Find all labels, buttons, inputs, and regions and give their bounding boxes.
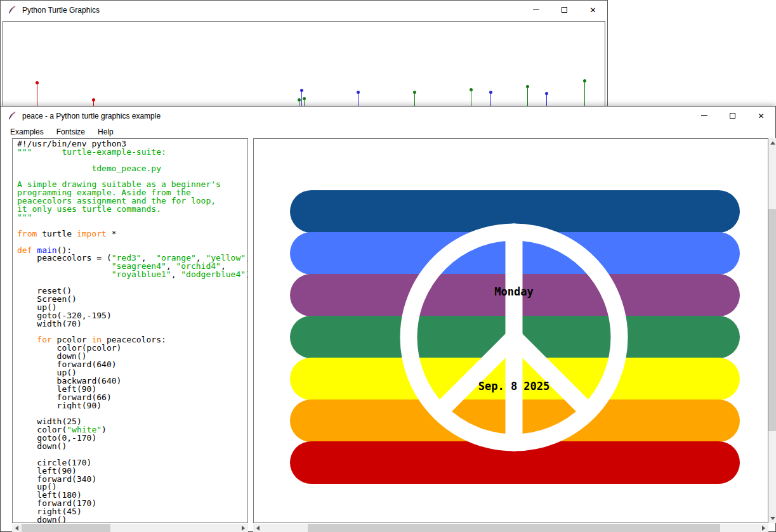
code-line bbox=[17, 328, 247, 336]
code-text: #!/usr/bin/env python3""" turtle-example… bbox=[17, 140, 247, 523]
maximize-icon bbox=[730, 113, 735, 119]
peace-symbol bbox=[254, 139, 768, 522]
turtle-canvas-demo[interactable]: Monday Sep. 8 2025 bbox=[253, 138, 768, 523]
scroll-up-button[interactable] bbox=[768, 138, 776, 148]
code-line: width(25) bbox=[17, 418, 247, 426]
code-line bbox=[17, 279, 247, 287]
code-line: goto(0,-170) bbox=[17, 434, 247, 443]
code-line: it only uses turtle commands. bbox=[17, 205, 247, 214]
back-minimize-button[interactable] bbox=[522, 1, 550, 19]
code-line: color(pcolor) bbox=[17, 344, 247, 353]
canvas-vscroll-thumb[interactable] bbox=[768, 209, 776, 431]
code-line: #!/usr/bin/env python3 bbox=[17, 140, 247, 148]
arrow-down-icon bbox=[770, 517, 775, 520]
scroll-down-button[interactable] bbox=[768, 514, 776, 523]
tk-feather-icon bbox=[7, 111, 17, 121]
minimize-icon bbox=[701, 115, 707, 116]
code-line: programming example. Aside from the bbox=[17, 189, 247, 197]
menubar: Examples Fontsize Help bbox=[1, 125, 775, 138]
code-line: up() bbox=[17, 369, 247, 377]
code-line bbox=[17, 222, 247, 230]
code-line: peacecolors = ("red3", "orange", "yellow… bbox=[17, 254, 247, 263]
front-window: peace - a Python turtle graphics example… bbox=[0, 106, 776, 532]
maximize-icon bbox=[562, 7, 567, 13]
canvas-vscrollbar[interactable] bbox=[768, 138, 776, 523]
turtle-canvas-back bbox=[3, 21, 605, 107]
code-line: for pcolor in peacecolors: bbox=[17, 336, 247, 344]
code-line: right(45) bbox=[17, 508, 247, 516]
code-line: def main(): bbox=[17, 247, 247, 255]
back-close-button[interactable]: ✕ bbox=[579, 1, 607, 19]
back-window-titlebar[interactable]: Python Turtle Graphics ✕ bbox=[1, 1, 607, 19]
code-line: """ turtle-example-suite: bbox=[17, 148, 247, 157]
menu-help[interactable]: Help bbox=[93, 126, 118, 138]
code-line: forward(170) bbox=[17, 500, 247, 508]
date-label: Sep. 8 2025 bbox=[478, 380, 550, 393]
arrow-left-icon bbox=[256, 526, 260, 531]
menu-examples[interactable]: Examples bbox=[6, 126, 48, 138]
code-line: reset() bbox=[17, 287, 247, 295]
code-hscroll-thumb[interactable] bbox=[22, 524, 110, 532]
front-window-title: peace - a Python turtle graphics example bbox=[22, 112, 161, 120]
code-line: circle(170) bbox=[17, 459, 247, 467]
code-line bbox=[17, 157, 247, 165]
code-line: forward(66) bbox=[17, 394, 247, 402]
back-maximize-button[interactable] bbox=[550, 1, 579, 19]
code-hscrollbar[interactable] bbox=[12, 524, 248, 532]
code-line: down() bbox=[17, 516, 247, 523]
code-line: tdemo_peace.py bbox=[17, 165, 247, 173]
canvas-hscrollbar[interactable] bbox=[253, 524, 768, 532]
front-maximize-button[interactable] bbox=[718, 107, 747, 125]
code-line bbox=[17, 410, 247, 418]
code-line: width(70) bbox=[17, 320, 247, 328]
code-line: down() bbox=[17, 353, 247, 361]
minimize-icon bbox=[533, 10, 539, 10]
code-line: peacecolors assignment and the for loop, bbox=[17, 197, 247, 205]
code-line: left(90) bbox=[17, 467, 247, 476]
tk-feather-icon bbox=[7, 5, 17, 15]
close-icon: ✕ bbox=[758, 112, 764, 120]
back-window-title: Python Turtle Graphics bbox=[22, 6, 100, 15]
menu-fontsize[interactable]: Fontsize bbox=[52, 126, 89, 138]
code-line bbox=[17, 238, 247, 247]
code-line: A simple drawing suitable as a beginner'… bbox=[17, 181, 247, 189]
code-line: goto(-320,-195) bbox=[17, 312, 247, 320]
arrow-right-icon bbox=[762, 526, 765, 531]
code-line: "royalblue1", "dodgerblue4") bbox=[17, 271, 247, 279]
scroll-right-button[interactable] bbox=[239, 524, 248, 532]
code-line: """ bbox=[17, 214, 247, 222]
scroll-right-button[interactable] bbox=[759, 524, 768, 532]
code-line bbox=[17, 173, 247, 181]
front-minimize-button[interactable] bbox=[690, 107, 718, 125]
code-line: up() bbox=[17, 304, 247, 312]
code-line: backward(640) bbox=[17, 377, 247, 386]
code-line: Screen() bbox=[17, 295, 247, 304]
code-line: "seagreen4", "orchid4", bbox=[17, 263, 247, 271]
scroll-left-button[interactable] bbox=[12, 524, 22, 532]
code-line: down() bbox=[17, 443, 247, 451]
code-line: left(180) bbox=[17, 491, 247, 500]
code-view[interactable]: #!/usr/bin/env python3""" turtle-example… bbox=[12, 138, 248, 523]
front-window-titlebar[interactable]: peace - a Python turtle graphics example… bbox=[1, 107, 775, 125]
scroll-left-button[interactable] bbox=[253, 524, 263, 532]
back-window: Python Turtle Graphics ✕ bbox=[0, 0, 608, 107]
code-line: right(90) bbox=[17, 402, 247, 410]
arrow-right-icon bbox=[242, 526, 245, 531]
code-line: forward(640) bbox=[17, 361, 247, 369]
front-close-button[interactable]: ✕ bbox=[747, 107, 775, 125]
code-line: color("white") bbox=[17, 426, 247, 434]
weekday-label: Monday bbox=[494, 285, 533, 298]
code-line: up() bbox=[17, 483, 247, 491]
close-icon: ✕ bbox=[589, 6, 596, 14]
arrow-left-icon bbox=[15, 526, 18, 531]
canvas-hscroll-thumb[interactable] bbox=[308, 524, 720, 532]
code-line: from turtle import * bbox=[17, 230, 247, 238]
arrow-up-icon bbox=[770, 141, 775, 145]
code-line bbox=[17, 451, 247, 459]
code-line: left(90) bbox=[17, 386, 247, 394]
code-line: forward(340) bbox=[17, 476, 247, 484]
